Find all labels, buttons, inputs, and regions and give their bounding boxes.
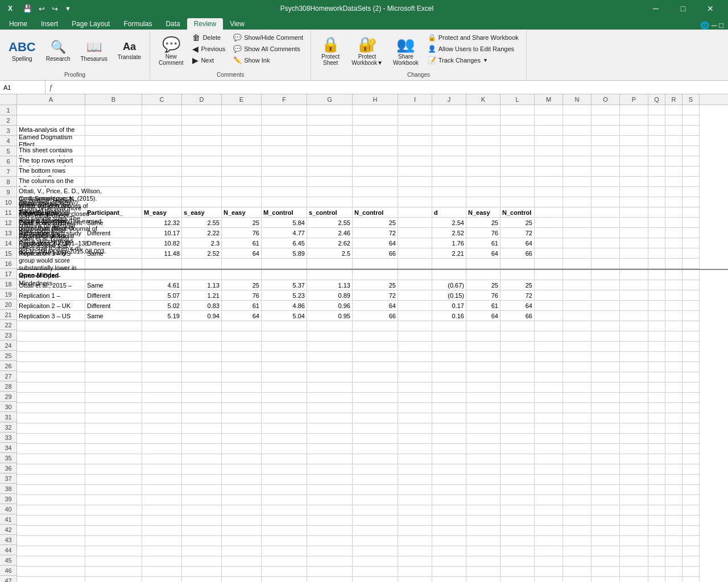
cell-B16[interactable] <box>85 259 142 269</box>
cell-H46[interactable] <box>353 567 398 577</box>
cell-I37[interactable] <box>398 475 432 485</box>
cell-L6[interactable] <box>500 156 535 167</box>
cell-D25[interactable] <box>182 352 222 362</box>
tab-insert[interactable]: Insert <box>34 18 65 30</box>
cell-J32[interactable] <box>432 423 466 434</box>
cell-G36[interactable] <box>307 464 353 475</box>
cell-L23[interactable] <box>500 331 535 342</box>
cell-N28[interactable] <box>563 383 592 393</box>
cell-S42[interactable] <box>682 526 700 536</box>
cell-H43[interactable] <box>353 536 398 546</box>
cell-I31[interactable] <box>398 413 432 423</box>
row-num-41[interactable]: 41 <box>0 514 17 525</box>
cell-E34[interactable] <box>222 444 262 454</box>
cell-F30[interactable] <box>262 403 307 413</box>
cell-B30[interactable] <box>85 403 142 413</box>
cell-R16[interactable] <box>665 259 682 269</box>
cell-C21[interactable]: 5.19 <box>142 311 182 321</box>
cell-M14[interactable] <box>535 238 563 248</box>
cell-F12[interactable]: 5.84 <box>262 218 307 228</box>
cell-R29[interactable] <box>665 393 682 403</box>
cell-A7[interactable]: The bottom rows report the Open-Minded C… <box>17 167 85 177</box>
cell-K11[interactable]: N_easy <box>466 207 500 218</box>
cell-M11[interactable] <box>535 207 563 218</box>
cell-N14[interactable] <box>563 238 592 248</box>
cell-R15[interactable] <box>665 248 682 259</box>
cell-M10[interactable] <box>535 197 563 207</box>
cell-R28[interactable] <box>665 383 682 393</box>
cell-B8[interactable] <box>85 177 142 187</box>
cell-O28[interactable] <box>592 383 620 393</box>
cell-S20[interactable] <box>682 301 700 311</box>
cell-E2[interactable] <box>222 115 262 126</box>
col-header-q[interactable]: Q <box>648 94 665 105</box>
tab-view[interactable]: View <box>223 18 251 30</box>
cell-Q45[interactable] <box>648 556 665 567</box>
cell-I20[interactable] <box>398 301 432 311</box>
cell-H5[interactable] <box>353 146 398 156</box>
show-hide-comment-button[interactable]: 💬 Show/Hide Comment <box>230 32 306 43</box>
cell-R8[interactable] <box>665 177 682 187</box>
col-header-o[interactable]: O <box>592 94 620 105</box>
close-button[interactable]: ✕ <box>697 0 723 17</box>
cell-F2[interactable] <box>262 115 307 126</box>
cell-P1[interactable] <box>620 105 648 115</box>
cell-C23[interactable] <box>142 331 182 342</box>
cell-B29[interactable] <box>85 393 142 403</box>
cell-C22[interactable] <box>142 321 182 331</box>
cell-D23[interactable] <box>182 331 222 342</box>
cell-L15[interactable]: 66 <box>500 248 535 259</box>
cell-M22[interactable] <box>535 321 563 331</box>
cell-J13[interactable]: 2.52 <box>432 228 466 238</box>
cell-J1[interactable] <box>432 105 466 115</box>
cell-D21[interactable]: 0.94 <box>182 311 222 321</box>
cell-R17[interactable] <box>665 270 682 280</box>
cell-H36[interactable] <box>353 464 398 475</box>
cell-G22[interactable] <box>307 321 353 331</box>
cell-Q1[interactable] <box>648 105 665 115</box>
cell-H4[interactable] <box>353 136 398 146</box>
row-num-13[interactable]: 13 <box>0 228 17 238</box>
row-num-26[interactable]: 26 <box>0 361 17 371</box>
cell-G45[interactable] <box>307 556 353 567</box>
cell-F43[interactable] <box>262 536 307 546</box>
cell-G15[interactable]: 2.5 <box>307 248 353 259</box>
cell-J40[interactable] <box>432 505 466 516</box>
cell-M37[interactable] <box>535 475 563 485</box>
cell-C44[interactable] <box>142 546 182 556</box>
cell-F33[interactable] <box>262 434 307 444</box>
cell-M20[interactable] <box>535 301 563 311</box>
cell-H9[interactable] <box>353 187 398 197</box>
cell-S6[interactable] <box>682 156 700 167</box>
cell-R36[interactable] <box>665 464 682 475</box>
cell-D15[interactable]: 2.52 <box>182 248 222 259</box>
cell-B35[interactable] <box>85 454 142 464</box>
cell-D39[interactable] <box>182 495 222 505</box>
cell-J29[interactable] <box>432 393 466 403</box>
cell-R47[interactable] <box>665 577 682 582</box>
cell-E7[interactable] <box>222 167 262 177</box>
cell-N20[interactable] <box>563 301 592 311</box>
cell-G18[interactable]: 1.13 <box>307 280 353 290</box>
cell-N27[interactable] <box>563 372 592 383</box>
cell-I5[interactable] <box>398 146 432 156</box>
cell-D9[interactable] <box>182 187 222 197</box>
cell-E42[interactable] <box>222 526 262 536</box>
cell-M34[interactable] <box>535 444 563 454</box>
cell-C8[interactable] <box>142 177 182 187</box>
cell-K28[interactable] <box>466 383 500 393</box>
row-num-46[interactable]: 46 <box>0 566 17 576</box>
cell-H1[interactable] <box>353 105 398 115</box>
cell-D26[interactable] <box>182 362 222 372</box>
cell-O13[interactable] <box>592 228 620 238</box>
cell-B37[interactable] <box>85 475 142 485</box>
cell-D24[interactable] <box>182 342 222 352</box>
cell-A27[interactable] <box>17 372 85 383</box>
cell-K17[interactable] <box>466 270 500 280</box>
row-num-2[interactable]: 2 <box>0 115 17 126</box>
cell-E3[interactable] <box>222 126 262 136</box>
cell-S47[interactable] <box>682 577 700 582</box>
cell-N44[interactable] <box>563 546 592 556</box>
cell-J22[interactable] <box>432 321 466 331</box>
cell-P3[interactable] <box>620 126 648 136</box>
